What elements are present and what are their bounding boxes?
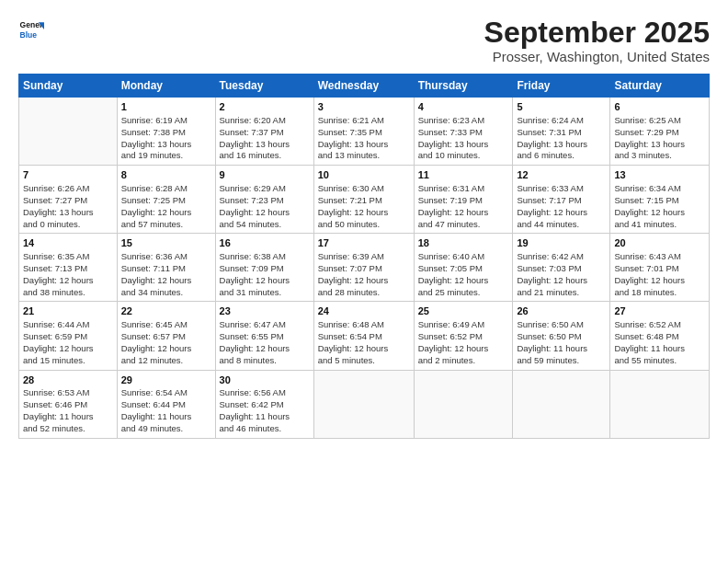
day-info: Sunset: 7:15 PM bbox=[614, 195, 705, 207]
day-info: Sunrise: 6:33 AM bbox=[517, 183, 606, 195]
day-number: 9 bbox=[220, 168, 310, 182]
day-info: Daylight: 11 hours bbox=[121, 411, 211, 423]
day-info: Sunrise: 6:21 AM bbox=[318, 115, 410, 127]
day-info: Sunset: 6:44 PM bbox=[121, 399, 211, 411]
table-row: 5Sunrise: 6:24 AMSunset: 7:31 PMDaylight… bbox=[513, 98, 610, 166]
day-info: Sunrise: 6:25 AM bbox=[614, 115, 705, 127]
day-info: Sunrise: 6:54 AM bbox=[121, 387, 211, 399]
day-info: Sunset: 7:23 PM bbox=[220, 195, 310, 207]
calendar-week-row: 21Sunrise: 6:44 AMSunset: 6:59 PMDayligh… bbox=[19, 302, 710, 370]
day-number: 13 bbox=[614, 168, 705, 182]
table-row: 15Sunrise: 6:36 AMSunset: 7:11 PMDayligh… bbox=[117, 234, 215, 302]
table-row: 12Sunrise: 6:33 AMSunset: 7:17 PMDayligh… bbox=[513, 166, 610, 234]
table-row: 22Sunrise: 6:45 AMSunset: 6:57 PMDayligh… bbox=[117, 302, 215, 370]
day-info: Sunrise: 6:23 AM bbox=[418, 115, 509, 127]
month-title: September 2025 bbox=[484, 17, 710, 49]
day-info: Sunset: 7:31 PM bbox=[517, 127, 606, 139]
day-info: Sunrise: 6:52 AM bbox=[614, 319, 705, 331]
day-info: and 25 minutes. bbox=[418, 287, 509, 299]
day-info: Sunset: 6:46 PM bbox=[23, 399, 113, 411]
day-info: Sunset: 7:07 PM bbox=[318, 263, 410, 275]
table-row: 8Sunrise: 6:28 AMSunset: 7:25 PMDaylight… bbox=[117, 166, 215, 234]
day-info: Daylight: 12 hours bbox=[121, 343, 211, 355]
day-info: Sunrise: 6:24 AM bbox=[517, 115, 606, 127]
day-info: Sunrise: 6:47 AM bbox=[220, 319, 310, 331]
day-info: and 3 minutes. bbox=[614, 150, 705, 162]
table-row: 1Sunrise: 6:19 AMSunset: 7:38 PMDaylight… bbox=[117, 98, 215, 166]
day-number: 26 bbox=[517, 304, 606, 318]
day-info: Sunset: 7:33 PM bbox=[418, 127, 509, 139]
day-info: and 55 minutes. bbox=[614, 355, 705, 367]
logo: General Blue bbox=[18, 17, 44, 42]
day-info: Daylight: 12 hours bbox=[220, 275, 310, 287]
day-info: and 15 minutes. bbox=[23, 355, 113, 367]
day-number: 14 bbox=[23, 236, 113, 250]
day-info: and 54 minutes. bbox=[220, 219, 310, 231]
day-info: and 52 minutes. bbox=[23, 423, 113, 435]
day-number: 1 bbox=[121, 100, 211, 114]
day-info: Sunrise: 6:40 AM bbox=[418, 251, 509, 263]
day-number: 6 bbox=[614, 100, 705, 114]
table-row: 16Sunrise: 6:38 AMSunset: 7:09 PMDayligh… bbox=[215, 234, 313, 302]
day-info: and 50 minutes. bbox=[318, 219, 410, 231]
table-row: 13Sunrise: 6:34 AMSunset: 7:15 PMDayligh… bbox=[610, 166, 710, 234]
day-info: Sunrise: 6:44 AM bbox=[23, 319, 113, 331]
day-number: 11 bbox=[418, 168, 509, 182]
day-info: Daylight: 11 hours bbox=[220, 411, 310, 423]
day-info: and 28 minutes. bbox=[318, 287, 410, 299]
day-info: Sunrise: 6:48 AM bbox=[318, 319, 410, 331]
day-number: 2 bbox=[220, 100, 310, 114]
day-info: Sunrise: 6:36 AM bbox=[121, 251, 211, 263]
day-info: Daylight: 13 hours bbox=[318, 139, 410, 151]
day-number: 22 bbox=[121, 304, 211, 318]
table-row: 23Sunrise: 6:47 AMSunset: 6:55 PMDayligh… bbox=[215, 302, 313, 370]
day-number: 16 bbox=[220, 236, 310, 250]
day-info: Sunrise: 6:19 AM bbox=[121, 115, 211, 127]
day-info: Sunrise: 6:50 AM bbox=[517, 319, 606, 331]
col-saturday: Saturday bbox=[610, 75, 710, 98]
day-info: and 2 minutes. bbox=[418, 355, 509, 367]
day-info: Sunset: 6:54 PM bbox=[318, 331, 410, 343]
location-title: Prosser, Washington, United States bbox=[484, 49, 710, 64]
day-number: 24 bbox=[318, 304, 410, 318]
table-row: 3Sunrise: 6:21 AMSunset: 7:35 PMDaylight… bbox=[313, 98, 414, 166]
day-info: Sunset: 7:21 PM bbox=[318, 195, 410, 207]
day-number: 7 bbox=[23, 168, 113, 182]
page: General Blue September 2025 Prosser, Was… bbox=[0, 0, 728, 563]
col-thursday: Thursday bbox=[414, 75, 513, 98]
table-row bbox=[513, 370, 610, 438]
col-friday: Friday bbox=[513, 75, 610, 98]
day-number: 23 bbox=[220, 304, 310, 318]
table-row: 30Sunrise: 6:56 AMSunset: 6:42 PMDayligh… bbox=[215, 370, 313, 438]
table-row: 11Sunrise: 6:31 AMSunset: 7:19 PMDayligh… bbox=[414, 166, 513, 234]
day-number: 28 bbox=[23, 373, 113, 387]
logo-icon: General Blue bbox=[18, 17, 44, 42]
day-info: Daylight: 12 hours bbox=[318, 275, 410, 287]
day-info: and 44 minutes. bbox=[517, 219, 606, 231]
day-number: 21 bbox=[23, 304, 113, 318]
day-info: Daylight: 13 hours bbox=[121, 139, 211, 151]
day-info: Sunrise: 6:45 AM bbox=[121, 319, 211, 331]
day-info: Daylight: 12 hours bbox=[418, 207, 509, 219]
calendar-week-row: 28Sunrise: 6:53 AMSunset: 6:46 PMDayligh… bbox=[19, 370, 710, 438]
day-info: and 41 minutes. bbox=[614, 219, 705, 231]
day-number: 18 bbox=[418, 236, 509, 250]
day-number: 17 bbox=[318, 236, 410, 250]
day-info: Sunset: 7:37 PM bbox=[220, 127, 310, 139]
header: General Blue September 2025 Prosser, Was… bbox=[18, 17, 710, 64]
day-info: and 21 minutes. bbox=[517, 287, 606, 299]
day-info: Daylight: 12 hours bbox=[517, 275, 606, 287]
day-info: and 47 minutes. bbox=[418, 219, 509, 231]
table-row: 21Sunrise: 6:44 AMSunset: 6:59 PMDayligh… bbox=[19, 302, 118, 370]
day-info: Sunset: 6:52 PM bbox=[418, 331, 509, 343]
day-info: Daylight: 12 hours bbox=[614, 207, 705, 219]
day-info: and 38 minutes. bbox=[23, 287, 113, 299]
table-row: 27Sunrise: 6:52 AMSunset: 6:48 PMDayligh… bbox=[610, 302, 710, 370]
day-info: and 49 minutes. bbox=[121, 423, 211, 435]
day-info: and 8 minutes. bbox=[220, 355, 310, 367]
day-number: 12 bbox=[517, 168, 606, 182]
day-info: Sunset: 6:57 PM bbox=[121, 331, 211, 343]
day-info: Daylight: 12 hours bbox=[23, 343, 113, 355]
col-tuesday: Tuesday bbox=[215, 75, 313, 98]
day-info: Sunrise: 6:56 AM bbox=[220, 387, 310, 399]
